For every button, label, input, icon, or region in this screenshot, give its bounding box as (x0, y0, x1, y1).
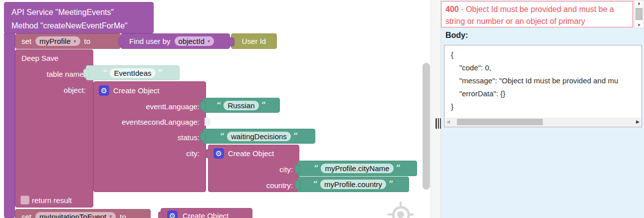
to-keyword: to (120, 213, 126, 218)
crosshair-dot (397, 211, 404, 218)
chevron-down-icon: ▾ (74, 39, 76, 44)
empty-socket[interactable] (205, 118, 211, 126)
find-user-block[interactable]: Find user by objectId ▾ (121, 33, 230, 49)
eventlanguage-label: eventLanguage: (146, 102, 200, 111)
create-object-title: Create Object (113, 86, 160, 95)
string-value[interactable]: Russian (223, 101, 258, 110)
open-quote-icon: “ (314, 164, 319, 173)
error-scrollbar[interactable]: ▲ ▼ (634, 0, 644, 28)
set-myprofile-block[interactable]: set myProfile ▾ to (15, 33, 121, 49)
eventsecondlanguage-label: eventsecondLanguage: (122, 118, 200, 126)
create-object-title: Create Object (228, 149, 274, 158)
set-keyword: set (21, 37, 31, 45)
api-service-spine (4, 33, 15, 218)
error-message-text: - Object Id must be provided and must be… (445, 5, 614, 25)
code-line: "code": 0, (451, 61, 642, 74)
create-object-inner-block[interactable]: ⚙ Create Object city: country: (208, 145, 299, 192)
body-scrollbar-thumb[interactable] (457, 119, 543, 125)
create-object-title: Create Object (183, 212, 229, 218)
error-scrollbar-thumb[interactable] (636, 8, 643, 20)
method-title: Method "createNewEventForMe" (11, 19, 128, 32)
set-myinvitation-block[interactable]: set myInvitationToEvent ▾ to (15, 209, 151, 218)
scroll-up-icon[interactable]: ▲ (635, 1, 644, 5)
variable-dropdown[interactable]: myInvitationToEvent ▾ (35, 212, 116, 218)
panel-resize-handle[interactable] (435, 118, 441, 129)
crosshair-tick (400, 202, 402, 206)
objectid-value: objectId (179, 37, 205, 45)
api-service-block[interactable]: API Service "MeetingEvents" Method "crea… (4, 2, 154, 33)
string-value[interactable]: myProfile.country (320, 180, 386, 189)
string-russian-block[interactable]: “ Russian ” (203, 98, 280, 113)
gear-icon[interactable]: ⚙ (99, 85, 109, 96)
chevron-down-icon: ▾ (208, 39, 210, 44)
string-value[interactable]: myProfile.cityName (321, 164, 393, 173)
table-name-label: table name: (47, 70, 86, 78)
set-keyword: set (21, 213, 31, 218)
socket-tab (295, 181, 301, 190)
create-object-outer-block[interactable]: ⚙ Create Object eventLanguage: eventseco… (93, 81, 206, 192)
panel-splitter[interactable] (430, 0, 441, 218)
close-quote-icon: ” (396, 164, 401, 173)
open-quote-icon: “ (219, 132, 224, 141)
crosshair-tick (388, 214, 392, 216)
string-country-block[interactable]: “ myProfile.country ” (297, 177, 409, 192)
socket-tab (228, 37, 234, 46)
api-service-title: API Service "MeetingEvents" (11, 5, 114, 19)
body-horizontal-scrollbar[interactable]: ◀ ▶ (445, 118, 641, 126)
open-quote-icon: “ (216, 101, 221, 110)
workspace-vertical-scrollbar[interactable] (423, 63, 430, 190)
socket-tab (206, 149, 212, 158)
codeless-editor: API Service "MeetingEvents" Method "crea… (0, 0, 644, 218)
user-id-label: User Id (242, 37, 266, 45)
handle-bar (438, 118, 439, 129)
close-quote-icon: ” (389, 180, 394, 189)
return-result-checkbox[interactable] (20, 196, 29, 205)
variable-dropdown[interactable]: myProfile ▾ (35, 36, 80, 46)
response-body-box[interactable]: { "code": 0, "message": "Object Id must … (444, 45, 642, 127)
to-keyword: to (84, 37, 91, 45)
error-message-box: 400 - Object Id must be provided and mus… (441, 1, 633, 27)
deep-save-title: Deep Save (21, 54, 58, 62)
user-id-block[interactable]: User Id (231, 33, 277, 49)
open-quote-icon: “ (103, 68, 108, 78)
socket-tab (83, 69, 89, 78)
blockly-workspace[interactable]: API Service "MeetingEvents" Method "crea… (0, 0, 430, 218)
string-cityname-block[interactable]: “ myProfile.cityName ” (297, 161, 417, 176)
deep-save-block[interactable]: Deep Save table name: object: return res… (15, 49, 93, 208)
gear-icon[interactable]: ⚙ (214, 148, 224, 159)
close-quote-icon: ” (261, 101, 266, 110)
close-quote-icon: ” (158, 68, 163, 78)
string-value[interactable]: waitingDecisions (227, 132, 291, 141)
return-result-label: return result (32, 196, 72, 205)
code-line: "message": "Object Id must be provided a… (451, 74, 642, 87)
body-label: Body: (445, 31, 468, 40)
string-value[interactable]: EventIdeas (110, 68, 155, 78)
center-blocks-icon[interactable] (387, 201, 415, 218)
code-line: { (451, 48, 642, 61)
string-waitingdecisions-block[interactable]: “ waitingDecisions ” (203, 129, 315, 144)
socket-tab (200, 101, 206, 110)
chevron-down-icon: ▾ (109, 214, 112, 218)
scroll-down-icon[interactable]: ▼ (635, 23, 644, 27)
socket-tab (295, 165, 301, 174)
error-status-code: 400 (445, 5, 459, 13)
close-quote-icon: ” (293, 132, 298, 141)
socket-tab (158, 212, 164, 218)
find-user-label: Find user by (129, 37, 171, 45)
gear-icon[interactable]: ⚙ (167, 211, 178, 218)
scroll-left-icon[interactable]: ◀ (446, 119, 450, 124)
city-label: city: (279, 165, 293, 174)
string-eventideas-block[interactable]: “ EventIdeas ” (86, 65, 180, 80)
code-line: "errorData": {} (451, 87, 642, 100)
objectid-dropdown[interactable]: objectId ▾ (175, 36, 215, 46)
country-label: country: (266, 181, 293, 190)
city-label: city: (186, 149, 200, 158)
invocation-result-panel: 400 - Object Id must be provided and mus… (441, 0, 644, 218)
open-quote-icon: “ (313, 180, 318, 189)
scroll-right-icon[interactable]: ▶ (636, 119, 640, 124)
object-label: object: (64, 86, 86, 94)
status-label: status: (178, 133, 200, 142)
create-object-bottom-block[interactable]: ⚙ Create Object (161, 208, 252, 218)
variable-name: myInvitationToEvent (39, 213, 106, 218)
socket-tab (118, 37, 124, 46)
